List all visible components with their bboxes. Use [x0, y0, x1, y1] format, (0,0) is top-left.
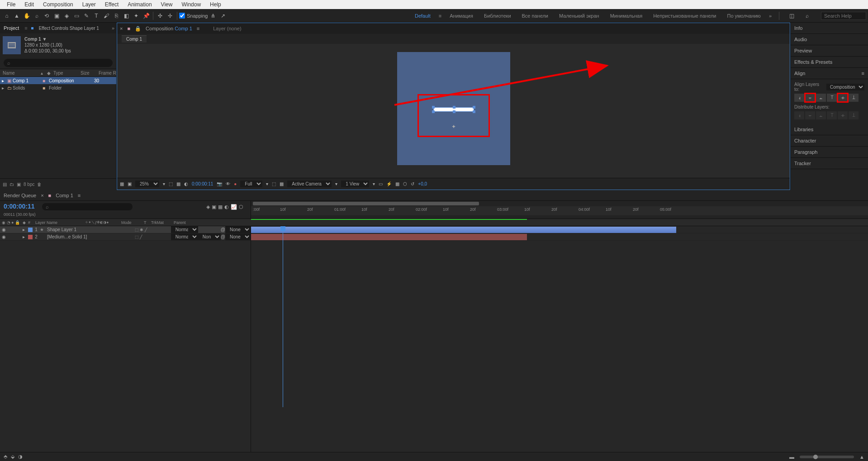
- mask-icon[interactable]: ◐: [184, 181, 188, 186]
- project-item-comp[interactable]: ▸ ▣ Comp 1 ■ Composition 30: [0, 77, 116, 84]
- label-col-icon[interactable]: ◆: [23, 220, 28, 225]
- layer-name[interactable]: Shape Layer 1: [45, 227, 135, 232]
- panel-paragraph[interactable]: Paragraph: [791, 147, 868, 158]
- distribute-vcenter-button[interactable]: ⫟: [805, 111, 815, 119]
- pickwhip-icon[interactable]: @: [221, 234, 225, 239]
- workspace-menu-icon[interactable]: ≡: [439, 13, 441, 19]
- tab-timeline-comp[interactable]: Comp 1: [56, 193, 73, 198]
- panel-align-header[interactable]: Align ≡: [791, 68, 868, 79]
- panel-menu-icon[interactable]: ≡: [862, 71, 864, 76]
- tab-close-icon[interactable]: ×: [41, 193, 43, 198]
- zoom-tool-icon[interactable]: ⌕: [32, 11, 41, 20]
- motion-blur-icon[interactable]: ◐: [224, 204, 229, 210]
- menu-window[interactable]: Window: [177, 0, 205, 9]
- col-name[interactable]: Name: [0, 71, 41, 76]
- graph-editor-icon[interactable]: 📈: [231, 204, 237, 210]
- viewer-timecode[interactable]: 0:00:00:11: [192, 181, 213, 186]
- pan-behind-tool-icon[interactable]: ◈: [62, 11, 71, 20]
- orbit-tool-icon[interactable]: ⟲: [42, 11, 51, 20]
- composition-thumbnail[interactable]: [3, 36, 21, 54]
- flowchart-icon[interactable]: ⬡: [403, 181, 407, 186]
- panel-audio[interactable]: Audio: [791, 34, 868, 45]
- col-size[interactable]: Size: [81, 71, 99, 76]
- panel-libraries[interactable]: Libraries: [791, 124, 868, 135]
- composition-canvas[interactable]: ✦: [397, 52, 510, 165]
- workspace-animation[interactable]: Анимация: [447, 12, 476, 19]
- comp-subtab[interactable]: Comp 1: [122, 35, 147, 43]
- eye-icon[interactable]: ◉: [2, 234, 6, 239]
- hand-tool-icon[interactable]: ✋: [22, 11, 31, 20]
- parent-dropdown[interactable]: None: [225, 226, 251, 233]
- panel-tracker[interactable]: Tracker: [791, 158, 868, 169]
- switches-col-icons[interactable]: ✧✦＼ƒ✻◐◑●: [85, 220, 121, 225]
- snapping-checkbox-input[interactable]: [179, 13, 185, 19]
- new-comp-icon[interactable]: ▣: [17, 182, 21, 187]
- layer-track[interactable]: [251, 233, 868, 241]
- workspace-undocked[interactable]: Непристыкованные панели: [650, 12, 719, 19]
- align-bottom-button[interactable]: ⟘: [849, 94, 859, 102]
- align-horizontal-center-button[interactable]: ⫟: [805, 94, 815, 102]
- timeline-tracks[interactable]: [251, 226, 868, 452]
- blend-mode-dropdown[interactable]: Normal: [171, 233, 198, 240]
- roto-tool-icon[interactable]: ✦: [132, 11, 141, 20]
- toggle-switches-icon[interactable]: ⬘: [4, 454, 7, 460]
- trash-icon[interactable]: 🗑: [37, 182, 42, 187]
- tab-effect-controls[interactable]: Effect Controls Shape Layer 1: [37, 25, 101, 32]
- col-number[interactable]: #: [28, 220, 35, 225]
- alpha-icon[interactable]: ▣: [128, 181, 132, 186]
- workspace-default[interactable]: Default: [412, 12, 433, 19]
- layer-tab[interactable]: Layer (none): [213, 26, 241, 31]
- panel-info[interactable]: Info: [791, 23, 868, 34]
- eraser-tool-icon[interactable]: ◧: [122, 11, 131, 20]
- bpc-button[interactable]: 8 bpc: [24, 182, 34, 187]
- timeline-ruler[interactable]: :00f 10f 20f 01:00f 10f 20f 02:00f 10f 2…: [251, 206, 868, 215]
- exposure-value[interactable]: +0,0: [418, 181, 427, 186]
- snapping-checkbox[interactable]: Snapping: [179, 13, 208, 19]
- resolution-icon[interactable]: ⬚: [169, 181, 173, 186]
- world-axis-icon[interactable]: ✢: [166, 11, 175, 20]
- menu-composition[interactable]: Composition: [38, 0, 78, 9]
- snap-option2-icon[interactable]: ↗: [218, 11, 228, 20]
- shape-tool-icon[interactable]: ▭: [72, 11, 81, 20]
- menu-edit[interactable]: Edit: [20, 0, 38, 9]
- project-search-input[interactable]: ⌕: [4, 59, 113, 67]
- label-color-icon[interactable]: ■: [43, 86, 49, 90]
- panel-preview[interactable]: Preview: [791, 45, 868, 57]
- col-framerate[interactable]: Frame R: [99, 71, 116, 76]
- roi-icon[interactable]: ⬚: [272, 181, 276, 186]
- sync-icon[interactable]: ◫: [787, 11, 796, 20]
- panel-effects-presets[interactable]: Effects & Presets: [791, 57, 868, 68]
- parent-dropdown[interactable]: None: [225, 233, 251, 240]
- workspace-all-panels[interactable]: Все панели: [519, 12, 551, 19]
- col-t[interactable]: T: [144, 220, 151, 225]
- workspace-libraries[interactable]: Библиотеки: [481, 12, 514, 19]
- home-icon[interactable]: ⌂: [2, 11, 11, 20]
- distribute-bottom-button[interactable]: ⫠: [816, 111, 826, 119]
- layer-name[interactable]: [Medium...e Solid 1]: [45, 234, 135, 239]
- timeline-icon[interactable]: ▦: [395, 181, 399, 186]
- tab-render-queue[interactable]: Render Queue: [4, 193, 36, 198]
- views-dropdown[interactable]: 1 View: [341, 181, 369, 187]
- clone-tool-icon[interactable]: ⎘: [112, 11, 121, 20]
- menu-layer[interactable]: Layer: [78, 0, 100, 9]
- project-item-folder[interactable]: ▸ 🗀 Solids ■ Folder: [0, 84, 116, 91]
- panel-character[interactable]: Character: [791, 135, 868, 147]
- text-tool-icon[interactable]: T: [92, 11, 101, 20]
- pickwhip-icon[interactable]: @: [221, 227, 225, 232]
- tab-comp-label[interactable]: Composition Comp 1: [146, 26, 192, 31]
- fast-preview-icon[interactable]: ⚡: [386, 181, 392, 186]
- current-timecode[interactable]: 0:00:00:11: [4, 203, 35, 210]
- col-type[interactable]: Type: [53, 71, 81, 76]
- layer-color-icon[interactable]: [28, 228, 33, 232]
- toggle-in-out-icon[interactable]: ◑: [18, 454, 23, 460]
- timeline-search-input[interactable]: ⌕: [42, 203, 133, 210]
- workspace-small-screen[interactable]: Маленький экран: [556, 12, 602, 19]
- panel-overflow-icon[interactable]: »: [112, 25, 114, 31]
- panel-menu-icon[interactable]: ≡: [78, 193, 81, 198]
- new-folder-icon[interactable]: 🗀: [9, 182, 14, 187]
- local-axis-icon[interactable]: ✣: [156, 11, 165, 20]
- playhead[interactable]: [283, 226, 283, 407]
- align-to-dropdown[interactable]: Composition: [826, 84, 864, 90]
- timeline-zoom-slider[interactable]: [800, 456, 854, 458]
- zoom-in-icon[interactable]: ▲: [859, 454, 864, 460]
